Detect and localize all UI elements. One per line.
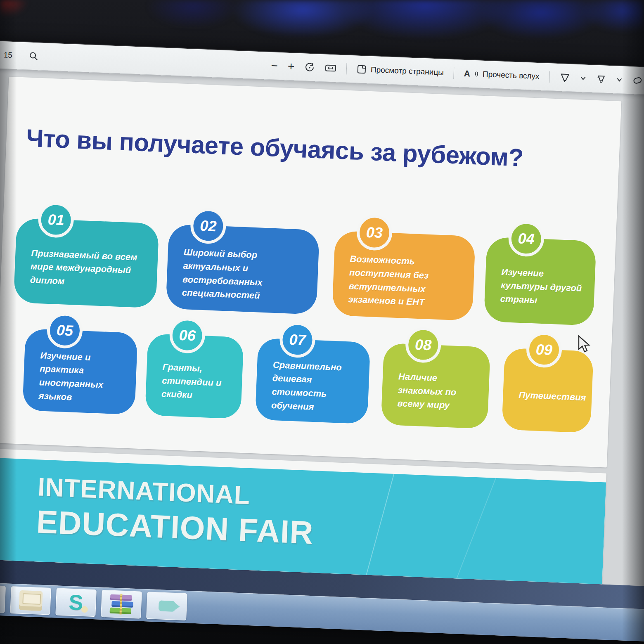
card-text: Изучение культуры другой страны: [484, 253, 596, 309]
benefit-card: 04Изучение культуры другой страны: [484, 237, 597, 326]
card-text: Изучение и практика иностранных языков: [23, 337, 137, 407]
cards-row-2: 05Изучение и практика иностранных языков…: [22, 329, 594, 433]
card-text: Гранты, стипендии и скидки: [145, 348, 243, 404]
card-text: Признаваемый во всем мире международный …: [14, 234, 159, 291]
file-manager-icon: [19, 590, 43, 611]
benefit-card: 05Изучение и практика иностранных языков: [22, 329, 138, 415]
taskbar-file-manager-button[interactable]: [10, 586, 51, 615]
winrar-icon: [109, 594, 133, 614]
toolbar-separator: [549, 71, 550, 83]
benefit-card: 03Возможность поступления без вступитель…: [332, 231, 476, 321]
benefit-card: 02Широкий выбор актуальных и востребован…: [166, 224, 320, 315]
taskbar-chrome-button[interactable]: [0, 585, 6, 613]
card-number-badge: 01: [38, 201, 74, 238]
slide-page: Что вы получаете обучаясь за рубежом? 01…: [0, 77, 621, 468]
toolbar-separator: [453, 67, 454, 79]
mouse-cursor: [577, 335, 594, 355]
page-view-icon: [357, 64, 367, 75]
fit-width-icon[interactable]: [325, 63, 337, 73]
eraser-icon[interactable]: [632, 75, 643, 85]
chevron-down-icon[interactable]: [580, 76, 586, 80]
benefit-card: 09Путешествия: [502, 348, 594, 433]
laptop-screen: 15 − +: [0, 40, 644, 642]
taskbar-zoom-button[interactable]: [146, 592, 187, 620]
zoom-in-button[interactable]: +: [287, 61, 294, 73]
benefit-card: 07Сравнительно дешевая стоимость обучени…: [255, 338, 371, 424]
zoom-app-icon: [158, 600, 175, 612]
page-view-button[interactable]: Просмотр страницы: [357, 64, 444, 78]
taskbar-winrar-button[interactable]: [101, 590, 142, 619]
slide-title: Что вы получаете обучаясь за рубежом?: [26, 124, 524, 172]
card-text: Сравнительно дешевая стоимость обучения: [255, 346, 370, 416]
read-aloud-button[interactable]: A Прочесть вслух: [464, 69, 540, 81]
taskbar-skype-button[interactable]: S: [55, 588, 97, 617]
cards-row-1: 01Признаваемый во всем мире международны…: [14, 218, 597, 326]
skype-icon: S: [69, 592, 84, 613]
read-aloud-label: Прочесть вслух: [483, 70, 540, 81]
card-text: Путешествия: [503, 376, 592, 405]
page-indicator[interactable]: 15: [3, 50, 12, 60]
card-number-badge: 08: [405, 327, 442, 363]
read-aloud-icon: A: [464, 69, 470, 79]
card-text: Возможность поступления без вступительны…: [332, 240, 475, 311]
card-text: Широкий выбор актуальных и востребованны…: [166, 234, 319, 305]
toolbar-separator: [346, 63, 347, 75]
benefit-card: 08Наличие знакомых по всему миру: [381, 343, 490, 429]
sound-waves-icon: [474, 71, 479, 77]
card-number-badge: 06: [169, 317, 206, 354]
highlighter-icon[interactable]: [596, 73, 607, 85]
rotate-icon[interactable]: [304, 62, 315, 73]
photo-frame: 15 − +: [0, 0, 644, 644]
pdf-view-area: Что вы получаете обучаясь за рубежом? 01…: [0, 68, 644, 587]
page-view-label: Просмотр страницы: [371, 65, 444, 77]
draw-icon[interactable]: [559, 72, 571, 83]
card-number-badge: 09: [526, 331, 562, 368]
benefit-card: 01Признаваемый во всем мире международны…: [14, 218, 159, 308]
chevron-down-icon[interactable]: [616, 78, 622, 82]
zoom-out-button[interactable]: −: [271, 60, 278, 72]
search-icon[interactable]: [28, 51, 39, 62]
benefit-card: 06Гранты, стипендии и скидки: [145, 334, 244, 419]
card-number-badge: 04: [508, 220, 545, 257]
card-text: Наличие знакомых по всему миру: [381, 358, 490, 414]
